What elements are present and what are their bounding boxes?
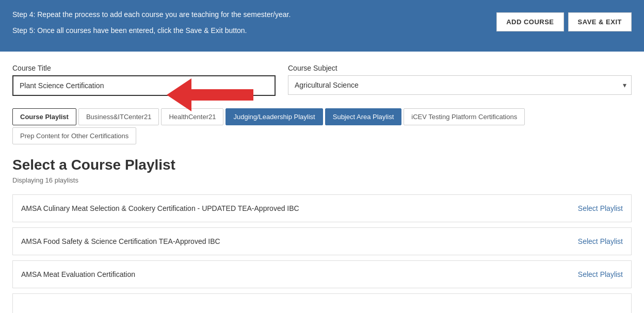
tab-business-it[interactable]: Business&ITCenter21 bbox=[78, 108, 159, 125]
course-title-group: Course Title bbox=[12, 64, 276, 96]
header-buttons: ADD COURSE SAVE & EXIT bbox=[496, 12, 632, 31]
course-title-label: Course Title bbox=[12, 64, 276, 72]
course-subject-select-wrapper: Agricultural Science bbox=[288, 75, 632, 95]
save-exit-button[interactable]: SAVE & EXIT bbox=[568, 12, 632, 31]
select-playlist-link-3[interactable]: Select Playlist bbox=[578, 270, 623, 278]
select-playlist-link-2[interactable]: Select Playlist bbox=[578, 237, 623, 245]
tab-judging[interactable]: Judging/Leadership Playlist bbox=[226, 108, 323, 125]
playlist-item: AMSA Meat Evaluation Certification Selec… bbox=[12, 260, 632, 288]
course-form-row: Course Title Course Subject Agricultural… bbox=[12, 64, 632, 96]
playlist-section: Select a Course Playlist Displaying 16 p… bbox=[0, 144, 644, 313]
tab-health[interactable]: HealthCenter21 bbox=[161, 108, 223, 125]
select-playlist-link-1[interactable]: Select Playlist bbox=[578, 204, 623, 212]
playlist-item-name: AMSA Meat Evaluation Certification bbox=[21, 270, 135, 278]
playlist-item: AMSA Culinary Meat Selection & Cookery C… bbox=[12, 194, 632, 222]
tabs-row: Course Playlist Business&ITCenter21 Heal… bbox=[12, 108, 632, 144]
header-banner: Step 4: Repeat the process to add each c… bbox=[0, 0, 644, 52]
tab-subject-area[interactable]: Subject Area Playlist bbox=[325, 108, 402, 125]
tab-prep-content[interactable]: Prep Content for Other Certifications bbox=[12, 127, 136, 144]
playlist-item: AMSA Food Safety & Science Certification… bbox=[12, 227, 632, 255]
course-subject-label: Course Subject bbox=[288, 64, 632, 72]
playlist-section-subtitle: Displaying 16 playlists bbox=[12, 176, 632, 184]
playlist-item-name: AMSA Culinary Meat Selection & Cookery C… bbox=[21, 204, 299, 212]
add-course-button[interactable]: ADD COURSE bbox=[496, 12, 564, 31]
step4-text: Step 4: Repeat the process to add each c… bbox=[12, 9, 496, 20]
playlist-item-name: AMSA Food Safety & Science Certification… bbox=[21, 237, 220, 245]
main-content: Course Title Course Subject Agricultural… bbox=[0, 52, 644, 144]
playlist-item-partial bbox=[12, 293, 632, 313]
course-subject-select[interactable]: Agricultural Science bbox=[288, 75, 632, 95]
course-title-input[interactable] bbox=[12, 75, 276, 96]
course-subject-group: Course Subject Agricultural Science bbox=[288, 64, 632, 95]
tab-icev[interactable]: iCEV Testing Platform Certifications bbox=[404, 108, 525, 125]
step5-text: Step 5: Once all courses have been enter… bbox=[12, 25, 496, 36]
playlist-section-title: Select a Course Playlist bbox=[12, 157, 632, 173]
header-instructions: Step 4: Repeat the process to add each c… bbox=[12, 9, 496, 41]
tab-course-playlist[interactable]: Course Playlist bbox=[12, 108, 76, 125]
